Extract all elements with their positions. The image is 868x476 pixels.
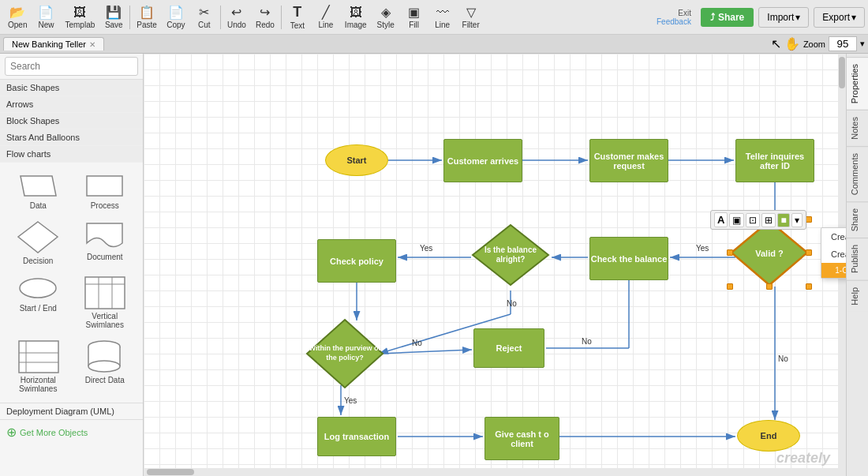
category-basic-shapes[interactable]: Basic Shapes bbox=[0, 80, 143, 96]
cursor-icon[interactable]: ↖ bbox=[771, 36, 781, 51]
zoom-area: ↖ ✋ Zoom ▾ bbox=[771, 36, 865, 51]
zoom-chevron-icon[interactable]: ▾ bbox=[860, 39, 865, 49]
shape-horizontal-swimlanes[interactable]: Horizontal Swimlanes bbox=[6, 335, 70, 396]
handle-right[interactable] bbox=[806, 249, 812, 256]
shape-decision[interactable]: Decision bbox=[6, 216, 70, 268]
zoom-label: Zoom bbox=[803, 39, 825, 49]
category-flow-charts[interactable]: Flow charts bbox=[0, 146, 143, 163]
share-button[interactable]: ⤴ Share bbox=[701, 8, 754, 27]
horizontal-scrollbar[interactable] bbox=[144, 468, 838, 476]
diagram-tab[interactable]: New Banking Teller ✕ bbox=[3, 37, 104, 51]
category-arrows[interactable]: Arrows bbox=[0, 96, 143, 113]
handle-left[interactable] bbox=[727, 249, 733, 256]
filter-button[interactable]: ▽ Filter bbox=[457, 3, 485, 31]
line2-button[interactable]: 〰 Line bbox=[428, 4, 457, 31]
tab-comments[interactable]: Comments bbox=[847, 146, 868, 201]
deployment-diagram-link[interactable]: Deployment Diagram (UML) bbox=[0, 403, 143, 419]
tab-close-icon[interactable]: ✕ bbox=[89, 40, 95, 49]
open-button[interactable]: 📂 Open bbox=[3, 3, 32, 31]
node-check-balance[interactable]: Check the balance bbox=[589, 237, 668, 280]
node-check-policy[interactable]: Check policy bbox=[317, 239, 396, 283]
style-icon: ◈ bbox=[381, 5, 391, 20]
style-button[interactable]: ◈ Style bbox=[372, 3, 400, 31]
context-menu-footer[interactable]: 1-Click Create other objects bbox=[821, 263, 846, 278]
fill-button[interactable]: ▣ Fill bbox=[400, 3, 428, 31]
handle-br[interactable] bbox=[806, 283, 812, 290]
tab-help[interactable]: Help bbox=[847, 280, 868, 312]
get-more-objects-button[interactable]: ⊕ Get More Objects bbox=[6, 425, 137, 440]
new-button[interactable]: 📄 New bbox=[32, 3, 60, 31]
exit-link[interactable]: Exit bbox=[678, 9, 691, 17]
context-create-decision[interactable]: Create a Decision bbox=[821, 228, 846, 245]
node-end[interactable]: End bbox=[737, 420, 800, 452]
export-button[interactable]: Export ▾ bbox=[814, 7, 865, 28]
cut-button[interactable]: ✂ Cut bbox=[190, 3, 219, 31]
shape-data[interactable]: Data bbox=[6, 169, 70, 213]
tab-publish[interactable]: Publish bbox=[847, 238, 868, 279]
node-customer-request[interactable]: Customer makes request bbox=[589, 139, 668, 182]
node-give-cash[interactable]: Give cash t o client bbox=[485, 417, 559, 460]
vertical-scrollbar-thumb[interactable] bbox=[839, 57, 845, 88]
font-btn[interactable]: A bbox=[714, 212, 728, 227]
handle-tr[interactable] bbox=[806, 216, 812, 223]
zoom-input[interactable] bbox=[829, 36, 857, 51]
shape-direct-data[interactable]: Direct Data bbox=[73, 335, 137, 396]
node-within-purview[interactable]: Within the purview of the policy? bbox=[305, 318, 384, 389]
image-button[interactable]: 🖼 Image bbox=[340, 4, 372, 31]
shape-vertical-swimlanes[interactable]: Vertical Swimlanes bbox=[73, 272, 137, 332]
category-stars-balloons[interactable]: Stars And Balloons bbox=[0, 129, 143, 146]
save-button[interactable]: 💾 Save bbox=[99, 3, 128, 31]
search-input[interactable] bbox=[5, 57, 138, 76]
hand-icon[interactable]: ✋ bbox=[784, 36, 800, 51]
horizontal-scrollbar-thumb[interactable] bbox=[147, 469, 194, 475]
import-chevron-icon: ▾ bbox=[795, 12, 800, 23]
redo-button[interactable]: ↪ Redo bbox=[251, 3, 279, 31]
filter-icon: ▽ bbox=[466, 5, 476, 20]
templab-button[interactable]: 🖼 Templab bbox=[60, 4, 99, 31]
svg-marker-0 bbox=[21, 176, 56, 196]
node-toolbar: A ▣ ⊡ ⊞ ■ ▾ bbox=[710, 210, 806, 230]
paste-button[interactable]: 📋 Paste bbox=[132, 3, 162, 31]
node-customer-arrives[interactable]: Customer arrives bbox=[443, 139, 522, 182]
tabbar: New Banking Teller ✕ ↖ ✋ Zoom ▾ bbox=[0, 35, 868, 54]
text-button[interactable]: T Text bbox=[283, 2, 312, 32]
category-block-shapes[interactable]: Block Shapes bbox=[0, 113, 143, 129]
separator bbox=[129, 6, 130, 29]
context-create-start-end[interactable]: Create a Start / End bbox=[821, 245, 846, 263]
shape-document-label: Document bbox=[87, 253, 123, 261]
shape-start-end[interactable]: Start / End bbox=[6, 272, 70, 332]
node-reject[interactable]: Reject bbox=[473, 328, 544, 368]
shape-horizontal-swimlanes-label: Horizontal Swimlanes bbox=[9, 376, 67, 393]
redo-icon: ↪ bbox=[260, 5, 270, 20]
copy-button[interactable]: 📄 Copy bbox=[162, 3, 190, 31]
shape-start-end-label: Start / End bbox=[20, 304, 57, 313]
feedback-link[interactable]: Feedback bbox=[657, 17, 691, 26]
add-icon: ⊕ bbox=[6, 425, 17, 440]
left-bottom: ⊕ Get More Objects bbox=[0, 419, 143, 444]
format-btn3[interactable]: ⊞ bbox=[761, 213, 776, 227]
main: Basic Shapes Arrows Block Shapes Stars A… bbox=[0, 54, 868, 476]
format-btn1[interactable]: ▣ bbox=[729, 213, 744, 227]
node-balance-alright[interactable]: Is the balance alright? bbox=[471, 223, 550, 287]
node-teller-inquires[interactable]: Teller inquires after ID bbox=[735, 139, 814, 182]
shape-process[interactable]: Process bbox=[73, 169, 137, 213]
handle-bl[interactable] bbox=[727, 283, 733, 290]
canvas-area[interactable]: Yes Yes No No No No Yes bbox=[144, 54, 846, 476]
more-btn[interactable]: ▾ bbox=[791, 213, 803, 227]
node-log-transaction[interactable]: Log transaction bbox=[317, 417, 396, 456]
undo-button[interactable]: ↩ Undo bbox=[223, 3, 251, 31]
tab-notes[interactable]: Notes bbox=[847, 110, 868, 146]
node-start[interactable]: Start bbox=[325, 144, 388, 176]
fill-icon: ▣ bbox=[408, 5, 420, 20]
tab-properties[interactable]: Properties bbox=[847, 57, 868, 110]
tab-title: New Banking Teller bbox=[12, 39, 86, 49]
import-button[interactable]: Import ▾ bbox=[758, 7, 809, 28]
format-btn4[interactable]: ■ bbox=[777, 213, 789, 227]
handle-bottom[interactable] bbox=[766, 283, 773, 290]
format-btn2[interactable]: ⊡ bbox=[746, 213, 760, 227]
line-button[interactable]: ╱ Line bbox=[312, 3, 340, 31]
shape-document[interactable]: Document bbox=[73, 216, 137, 268]
tab-share[interactable]: Share bbox=[847, 201, 868, 238]
svg-rect-4 bbox=[85, 277, 125, 309]
shapes-grid: Data Process Decision Docu bbox=[0, 163, 143, 403]
